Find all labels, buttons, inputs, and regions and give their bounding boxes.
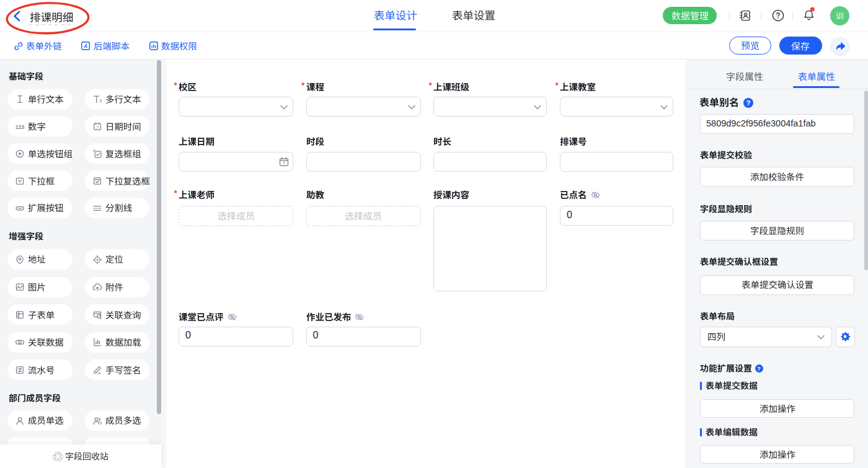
- svg-text:7: 7: [96, 125, 99, 130]
- svg-text:123: 123: [16, 123, 24, 130]
- svg-text:7: 7: [283, 161, 286, 166]
